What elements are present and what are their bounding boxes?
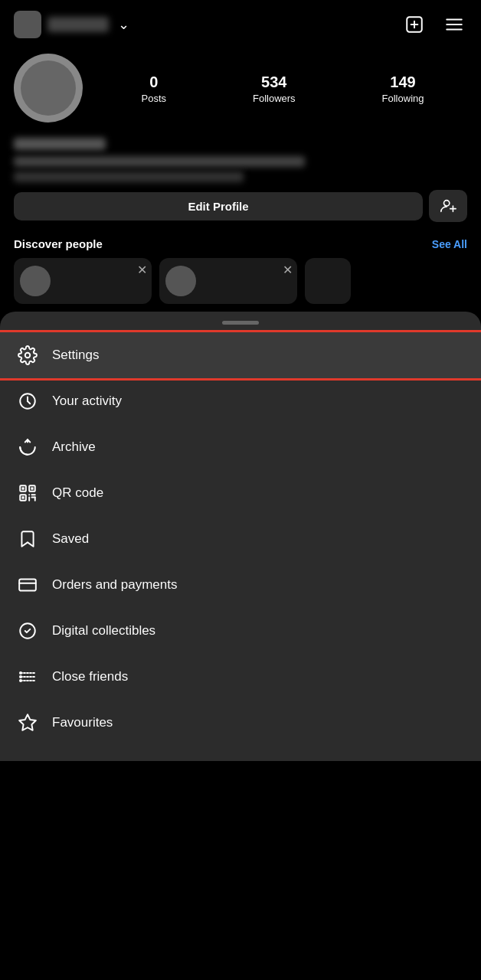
archive-label: Archive: [52, 439, 96, 455]
settings-icon: [17, 345, 38, 366]
dismiss-1-icon[interactable]: ✕: [137, 263, 147, 277]
close-friends-icon: [17, 666, 38, 688]
following-label: Following: [382, 93, 424, 104]
favourites-label: Favourites: [52, 715, 113, 730]
add-post-button[interactable]: [401, 11, 427, 38]
followers-label: Followers: [253, 93, 296, 104]
top-bar-right: [401, 11, 467, 38]
discover-card-2[interactable]: ✕: [159, 258, 297, 304]
archive-icon: [17, 436, 38, 458]
collectibles-label: Digital collectibles: [52, 623, 155, 639]
menu-item-digital-collectibles[interactable]: Digital collectibles: [0, 608, 481, 654]
bottom-sheet-handle: [0, 312, 481, 329]
handle-bar: [222, 321, 259, 325]
discover-header: Discover people See All: [14, 237, 467, 250]
posts-stat[interactable]: 0 Posts: [141, 73, 166, 104]
menu-item-favourites[interactable]: Favourites: [0, 700, 481, 746]
menu-item-orders-payments[interactable]: Orders and payments: [0, 562, 481, 608]
saved-icon: [17, 528, 38, 550]
orders-payments-label: Orders and payments: [52, 577, 177, 593]
qr-code-label: QR code: [52, 485, 103, 501]
following-stat[interactable]: 149 Following: [382, 73, 424, 104]
svg-rect-17: [21, 496, 24, 498]
discover-title: Discover people: [14, 237, 103, 250]
profile-info-row: 0 Posts 534 Followers 149 Following: [14, 54, 467, 122]
add-suggested-button[interactable]: [429, 190, 467, 222]
followers-stat[interactable]: 534 Followers: [253, 73, 296, 104]
bio-area: [14, 133, 467, 190]
edit-profile-button[interactable]: Edit Profile: [14, 192, 423, 220]
menu-item-saved[interactable]: Saved: [0, 516, 481, 562]
discover-avatar-2: [165, 266, 196, 296]
chevron-down-icon[interactable]: ⌄: [118, 16, 129, 33]
close-friends-label: Close friends: [52, 669, 128, 684]
top-bar-left: ⌄: [14, 11, 129, 38]
menu-item-close-friends[interactable]: Close friends: [0, 654, 481, 700]
svg-rect-15: [21, 487, 24, 489]
menu-list: Settings Your activity: [0, 329, 481, 761]
avatar[interactable]: [14, 54, 83, 122]
hamburger-menu-button[interactable]: [441, 11, 467, 38]
avatar-inner: [21, 60, 76, 116]
bio-line-1: [14, 156, 305, 167]
svg-point-31: [19, 679, 22, 682]
activity-label: Your activity: [52, 394, 122, 409]
activity-icon: [17, 390, 38, 412]
profile-stats: 0 Posts 534 Followers 149 Following: [98, 73, 467, 104]
dismiss-2-icon[interactable]: ✕: [283, 263, 293, 277]
discover-card-3[interactable]: [305, 258, 351, 304]
menu-item-your-activity[interactable]: Your activity: [0, 378, 481, 424]
discover-cards: ✕ ✕: [14, 258, 467, 304]
svg-point-9: [25, 353, 31, 358]
discover-avatar-1: [20, 266, 51, 296]
action-buttons-row: Edit Profile: [14, 190, 467, 222]
profile-section: 0 Posts 534 Followers 149 Following Edit…: [0, 46, 481, 222]
posts-count: 0: [149, 73, 158, 91]
see-all-button[interactable]: See All: [432, 238, 467, 250]
svg-rect-23: [19, 579, 36, 590]
discover-section: Discover people See All ✕ ✕: [0, 233, 481, 312]
card-icon: [17, 574, 38, 596]
posts-label: Posts: [141, 93, 166, 104]
svg-point-6: [444, 201, 450, 206]
svg-point-29: [19, 671, 22, 675]
bio-line-2: [14, 172, 244, 182]
svg-marker-32: [19, 714, 36, 730]
bottom-sheet: Settings Your activity: [0, 312, 481, 761]
menu-item-qr-code[interactable]: QR code: [0, 470, 481, 516]
top-bar: ⌄: [0, 0, 481, 46]
saved-label: Saved: [52, 531, 89, 547]
username-blur: [47, 17, 109, 32]
qr-code-icon: [17, 482, 38, 504]
settings-label: Settings: [52, 348, 99, 363]
following-count: 149: [390, 73, 415, 91]
collectibles-icon: [17, 620, 38, 642]
bio-name-blur: [14, 138, 106, 150]
discover-card-1[interactable]: ✕: [14, 258, 152, 304]
svg-point-11: [27, 400, 28, 402]
menu-item-archive[interactable]: Archive: [0, 424, 481, 470]
svg-point-30: [19, 675, 22, 678]
svg-rect-16: [31, 487, 33, 489]
profile-thumb: [14, 11, 41, 38]
followers-count: 534: [261, 73, 286, 91]
menu-item-settings[interactable]: Settings: [0, 332, 481, 378]
favourites-icon: [17, 712, 38, 733]
